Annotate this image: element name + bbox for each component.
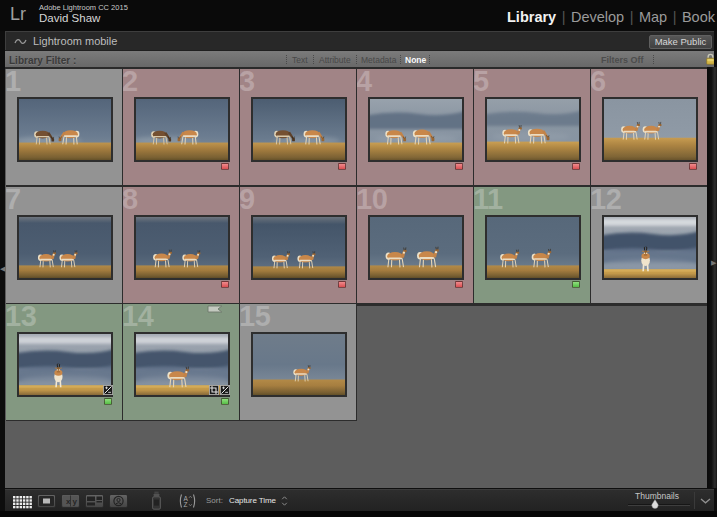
svg-text:x: x <box>66 497 71 506</box>
svg-text:Z: Z <box>184 501 188 508</box>
svg-text:y: y <box>72 497 77 506</box>
